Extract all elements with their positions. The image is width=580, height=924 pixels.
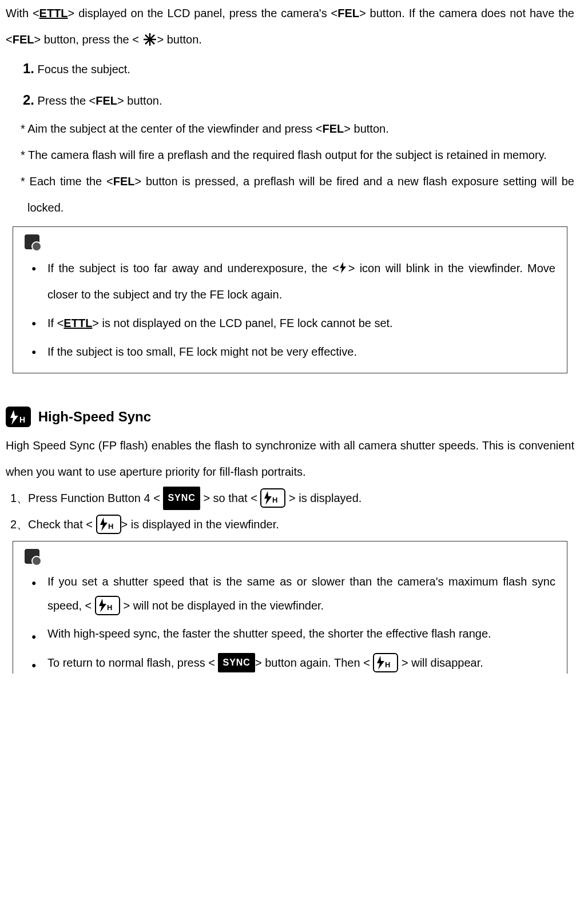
text: With high-speed sync, the faster the shu… — [47, 627, 491, 640]
hss-indicator-icon — [373, 653, 398, 672]
text: With < — [6, 7, 39, 19]
text: 1、Press Function Button 4 < — [10, 492, 163, 504]
note-icon-row — [25, 548, 555, 567]
star-icon — [142, 30, 157, 45]
note-box-2: If you set a shutter speed that is the s… — [13, 541, 567, 674]
note-2-item-2: With high-speed sync, the faster the shu… — [28, 623, 555, 644]
step-text: Focus the subject. — [34, 63, 130, 75]
hss-step-2: 2、Check that < > is displayed in the vie… — [6, 511, 574, 537]
note-1-list: If the subject is too far away and under… — [25, 255, 555, 365]
text: > is not displayed on the LCD panel, FE … — [92, 317, 392, 329]
text: > so that < — [200, 492, 261, 504]
intro-paragraph: With <ETTL> displayed on the LCD panel, … — [6, 0, 574, 53]
hss-indicator-icon — [96, 515, 121, 534]
ettl-label: ETTL — [63, 317, 92, 329]
text: > button again. Then < — [255, 656, 373, 669]
sync-label-icon: SYNC — [163, 487, 200, 510]
text: > button, press the < — [34, 33, 138, 46]
note-box-1: If the subject is too far away and under… — [13, 226, 567, 373]
text: * The camera flash will fire a preflash … — [21, 149, 547, 161]
flash-icon — [339, 257, 348, 270]
hss-heading: High-Speed Sync — [6, 401, 574, 432]
text: High Speed Sync (FP flash) enables the f… — [6, 439, 574, 478]
step-number: 1. — [23, 61, 34, 76]
fel-label: FEL — [13, 33, 34, 46]
text: If the subject is too far away and under… — [47, 262, 339, 274]
text: * Each time the < — [21, 175, 113, 188]
text: > button. — [344, 122, 388, 135]
text: * Aim the subject at the center of the v… — [21, 122, 323, 135]
note-icon — [25, 549, 39, 564]
step-1: 1. Focus the subject. — [6, 53, 574, 84]
text: If < — [47, 317, 63, 329]
step-number: 2. — [23, 92, 34, 107]
note-icon — [25, 234, 39, 249]
note-2-list: If you set a shutter speed that is the s… — [25, 569, 555, 674]
hss-step-1: 1、Press Function Button 4 < SYNC > so th… — [6, 485, 574, 511]
fel-label: FEL — [113, 175, 135, 188]
step-2-sub-1: * Aim the subject at the center of the v… — [6, 115, 574, 142]
text: > button. — [117, 94, 162, 107]
hss-description: High Speed Sync (FP flash) enables the f… — [6, 432, 574, 485]
note-2-item-3: To return to normal flash, press < SYNC>… — [28, 652, 555, 674]
note-1-item-1: If the subject is too far away and under… — [28, 255, 555, 308]
note-2-item-1: If you set a shutter speed that is the s… — [28, 569, 555, 618]
text: To return to normal flash, press < — [47, 656, 218, 669]
note-1-item-2: If <ETTL> is not displayed on the LCD pa… — [28, 310, 555, 336]
text: > will disappear. — [398, 656, 483, 669]
ettl-label: ETTL — [39, 7, 68, 19]
text: If the subject is too small, FE lock mig… — [47, 345, 357, 358]
document-page: With <ETTL> displayed on the LCD panel, … — [6, 0, 574, 674]
text: > is displayed in the viewfinder. — [121, 518, 279, 531]
note-icon-row — [25, 234, 555, 253]
hss-indicator-icon — [260, 488, 285, 508]
text: > displayed on the LCD panel, press the … — [68, 7, 338, 19]
text: > will not be displayed in the viewfinde… — [120, 599, 324, 612]
note-1-item-3: If the subject is too small, FE lock mig… — [28, 338, 555, 365]
step-2-sub-3: * Each time the <FEL> button is pressed,… — [6, 168, 574, 221]
fel-label: FEL — [323, 122, 344, 135]
text: > button. — [157, 33, 202, 46]
step-2: 2. Press the <FEL> button. — [6, 84, 574, 115]
step-2-sub-2: * The camera flash will fire a preflash … — [6, 142, 574, 168]
hss-heading-icon — [6, 407, 31, 427]
sync-label-icon: SYNC — [218, 653, 255, 672]
text: > is displayed. — [285, 492, 361, 504]
hss-title: High-Speed Sync — [38, 409, 151, 424]
fel-label: FEL — [96, 94, 117, 107]
hss-indicator-icon — [95, 596, 120, 615]
fel-label: FEL — [337, 7, 359, 19]
text: 2、Check that < — [10, 518, 96, 531]
text: Press the < — [34, 94, 96, 107]
